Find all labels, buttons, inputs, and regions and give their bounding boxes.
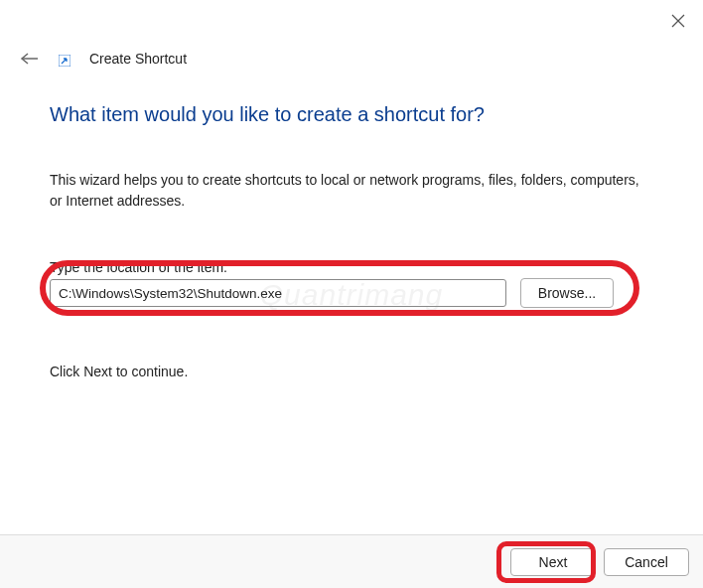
wizard-description: This wizard helps you to create shortcut…: [50, 170, 653, 212]
browse-button[interactable]: Browse...: [520, 278, 614, 308]
dialog-header: Create Shortcut: [20, 50, 187, 68]
location-label: Type the location of the item:: [50, 259, 653, 275]
location-input-row: Browse...: [50, 278, 653, 308]
main-heading: What item would you like to create a sho…: [50, 103, 653, 126]
continue-instruction: Click Next to continue.: [50, 364, 653, 379]
background-decoration: [0, 306, 10, 534]
dialog-footer: Next Cancel: [0, 534, 703, 588]
location-input[interactable]: [50, 279, 506, 307]
dialog-title: Create Shortcut: [89, 51, 187, 67]
next-button[interactable]: Next: [510, 548, 596, 576]
cancel-button[interactable]: Cancel: [604, 548, 689, 576]
close-icon: [671, 14, 685, 28]
shortcut-icon: [58, 54, 71, 68]
dialog-content: What item would you like to create a sho…: [50, 103, 653, 379]
close-button[interactable]: [671, 14, 685, 28]
back-button[interactable]: [20, 52, 40, 66]
create-shortcut-dialog: Create Shortcut What item would you like…: [0, 0, 703, 588]
back-arrow-icon: [20, 52, 40, 66]
